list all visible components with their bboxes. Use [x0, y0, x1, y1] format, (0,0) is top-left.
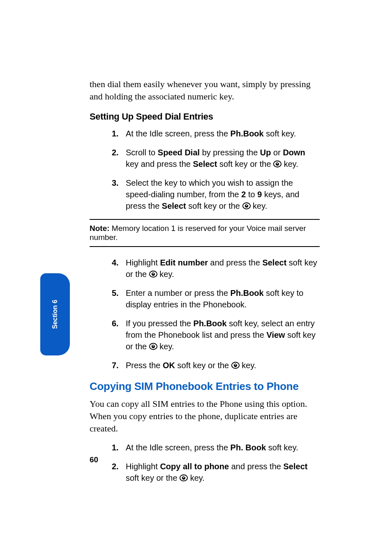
list-item: 1.At the Idle screen, press the Ph. Book… — [114, 442, 320, 453]
bold-term: OK — [163, 361, 175, 370]
step-text: key and press the — [126, 159, 193, 168]
step-text: soft key. — [266, 443, 298, 452]
page-content: then dial them easily whenever you want,… — [90, 78, 320, 491]
ok-key-icon — [149, 342, 157, 350]
bold-term: Ph. Book — [231, 443, 266, 452]
step-number: 6. — [112, 318, 119, 329]
steps-list-b: 1.At the Idle screen, press the Ph. Book… — [90, 442, 320, 484]
step-text: soft key or the — [126, 473, 180, 482]
manual-page: Section 6 then dial them easily whenever… — [0, 0, 392, 542]
subheading-speed-dial: Setting Up Speed Dial Entries — [90, 111, 320, 122]
note-block: Note: Memory location 1 is reserved for … — [90, 219, 320, 247]
step-number: 7. — [112, 360, 119, 371]
bold-term: Edit number — [160, 258, 208, 267]
section-tab-label: Section 6 — [51, 300, 59, 329]
list-item: 4.Highlight Edit number and press the Se… — [114, 257, 320, 280]
bold-term: Ph.Book — [194, 319, 227, 328]
step-text: key. — [281, 159, 298, 168]
list-item: 3.Select the key to which you wish to as… — [114, 177, 320, 212]
steps-list-a1: 1.At the Idle screen, press the Ph.Book … — [90, 128, 320, 212]
bold-term: Select — [193, 159, 217, 168]
step-text: or — [271, 148, 283, 157]
intro-paragraph: then dial them easily whenever you want,… — [90, 78, 320, 102]
list-item: 1.At the Idle screen, press the Ph.Book … — [114, 128, 320, 139]
note-label: Note: — [90, 224, 110, 233]
bold-term: Copy all to phone — [160, 462, 229, 471]
step-text: key. — [251, 201, 267, 210]
step-text: At the Idle screen, press the — [126, 443, 231, 452]
ok-key-icon — [273, 159, 281, 168]
step-text: Highlight — [126, 258, 160, 267]
step-text: soft key or the — [217, 159, 273, 168]
ok-key-icon — [180, 473, 188, 482]
step-text: soft key or the — [175, 361, 231, 370]
page-number: 60 — [90, 455, 98, 464]
step-number: 3. — [112, 177, 119, 189]
step-number: 4. — [112, 257, 119, 268]
step-text: Enter a number or press the — [126, 288, 231, 298]
list-item: 6.If you pressed the Ph.Book soft key, s… — [114, 318, 320, 352]
step-number: 5. — [112, 287, 119, 299]
bold-term: Select — [162, 201, 186, 210]
step-text: Scroll to — [126, 148, 158, 157]
ok-key-icon — [149, 270, 157, 278]
step-text: Press the — [126, 361, 163, 370]
section-b-intro: You can copy all SIM entries to the Phon… — [90, 398, 320, 434]
step-text: At the Idle screen, press the — [126, 129, 231, 138]
step-text: key. — [157, 342, 174, 351]
list-item: 5.Enter a number or press the Ph.Book so… — [114, 287, 320, 310]
step-text: to — [246, 190, 257, 199]
bold-term: Speed Dial — [158, 148, 200, 157]
step-text: Highlight — [126, 462, 160, 471]
steps-list-a2: 4.Highlight Edit number and press the Se… — [90, 257, 320, 371]
list-item: 2.Scroll to Speed Dial by pressing the U… — [114, 147, 320, 170]
bold-term: Up — [260, 148, 271, 157]
step-text: by pressing the — [200, 148, 260, 157]
bold-term: Ph.Book — [231, 288, 264, 298]
step-text: and press the — [229, 462, 283, 471]
bold-term: Down — [283, 148, 305, 157]
ok-key-icon — [231, 361, 240, 369]
step-number: 1. — [112, 442, 119, 453]
step-text: If you pressed the — [126, 319, 194, 328]
step-text: key. — [240, 361, 256, 370]
step-text: key. — [188, 473, 205, 482]
bold-term: Select — [262, 258, 286, 267]
bold-term: Select — [283, 462, 307, 471]
bold-term: View — [266, 330, 285, 339]
ok-key-icon — [242, 201, 251, 210]
step-number: 1. — [112, 128, 119, 139]
list-item: 7.Press the OK soft key or the key. — [114, 360, 320, 371]
bold-term: 9 — [257, 190, 262, 199]
section-tab: Section 6 — [40, 273, 70, 355]
bold-term: 2 — [241, 190, 246, 199]
heading-copying-sim: Copying SIM Phonebook Entries to Phone — [90, 380, 320, 393]
note-text: Memory location 1 is reserved for your V… — [90, 224, 306, 242]
step-text: soft key or the — [186, 201, 242, 210]
step-text: key. — [157, 270, 174, 279]
list-item: 2.Highlight Copy all to phone and press … — [114, 461, 320, 484]
step-text: soft key. — [264, 129, 296, 138]
step-number: 2. — [112, 461, 119, 472]
bold-term: Ph.Book — [231, 129, 264, 138]
step-number: 2. — [112, 147, 119, 158]
step-text: and press the — [208, 258, 262, 267]
